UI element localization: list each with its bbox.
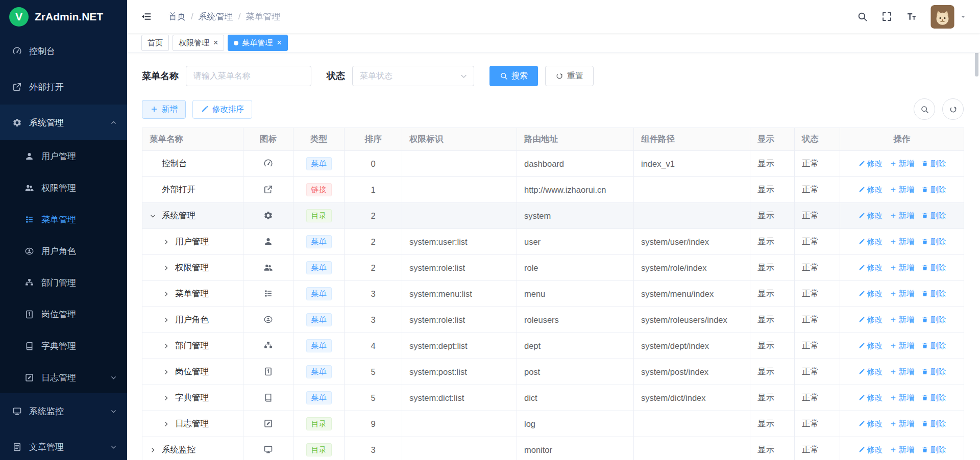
cell-actions: 修改新增删除 [840,307,964,333]
row-add-link[interactable]: 新增 [890,419,915,429]
row-edit-link[interactable]: 修改 [858,185,883,195]
chevron-right-icon[interactable] [163,291,169,297]
search-button[interactable]: 搜索 [489,66,538,86]
row-edit-link[interactable]: 修改 [858,367,883,377]
row-delete-link[interactable]: 删除 [921,445,946,455]
navbar-fullscreen-button[interactable] [881,11,892,22]
row-delete-link[interactable]: 删除 [921,211,946,221]
row-add-link[interactable]: 新增 [890,367,915,377]
row-delete-link[interactable]: 删除 [921,393,946,403]
row-edit-link[interactable]: 修改 [858,159,883,169]
row-edit-link[interactable]: 修改 [858,393,883,403]
row-edit-link[interactable]: 修改 [858,211,883,221]
sidebar-item-dept[interactable]: 部门管理 [0,267,127,298]
expand-arrow-slot[interactable] [163,395,175,401]
sidebar-item-external[interactable]: 外部打开 [0,69,127,105]
tab-role[interactable]: 权限管理× [173,35,224,51]
row-delete-link[interactable]: 删除 [921,419,946,429]
row-delete-link[interactable]: 删除 [921,341,946,351]
row-delete-link[interactable]: 删除 [921,263,946,273]
tab-home[interactable]: 首页 [141,35,169,51]
sidebar-item-post[interactable]: 岗位管理 [0,298,127,330]
sidebar-item-menu[interactable]: 菜单管理 [0,203,127,235]
sidebar-item-user[interactable]: 用户管理 [0,140,127,172]
chevron-right-icon[interactable] [163,317,169,323]
chevron-right-icon[interactable] [163,239,169,245]
expand-arrow-slot[interactable] [163,343,175,349]
row-delete-link[interactable]: 删除 [921,289,946,299]
sidebar-item-roleusers[interactable]: 用户角色 [0,235,127,267]
row-edit-label: 修改 [867,263,883,273]
row-delete-link[interactable]: 删除 [921,315,946,325]
navbar-search-button[interactable] [857,11,868,22]
row-add-link[interactable]: 新增 [890,315,915,325]
expand-arrow-slot[interactable] [163,265,175,271]
expand-arrow-slot[interactable] [163,239,175,245]
row-add-link[interactable]: 新增 [890,289,915,299]
tab-close-icon[interactable]: × [213,39,218,47]
row-delete-link[interactable]: 删除 [921,367,946,377]
cell-icon [243,177,293,203]
row-delete-link[interactable]: 删除 [921,237,946,247]
breadcrumb-item[interactable]: 系统管理 [199,11,233,22]
expand-arrow-slot[interactable] [163,421,175,427]
row-add-link[interactable]: 新增 [890,185,915,195]
chevron-right-icon[interactable] [163,395,169,401]
row-add-link[interactable]: 新增 [890,159,915,169]
sidebar-item-role[interactable]: 权限管理 [0,172,127,203]
row-edit-link[interactable]: 修改 [858,263,883,273]
refresh-table-button[interactable] [942,98,964,120]
avatar-dropdown-caret[interactable] [960,13,967,20]
chevron-right-icon[interactable] [163,343,169,349]
tab-close-icon[interactable]: × [277,39,281,47]
expand-arrow-slot[interactable] [163,291,175,297]
cell-menu-name: 日志管理 [142,411,243,437]
row-edit-link[interactable]: 修改 [858,341,883,351]
app-root: V ZrAdmin.NET 控制台外部打开系统管理用户管理权限管理菜单管理用户角… [0,0,980,460]
row-edit-link[interactable]: 修改 [858,419,883,429]
row-edit-link[interactable]: 修改 [858,237,883,247]
sidebar-item-log[interactable]: 日志管理 [0,362,127,393]
row-delete-link[interactable]: 删除 [921,185,946,195]
cell-visible: 显示 [750,359,795,385]
sort-edit-button[interactable]: 修改排序 [192,100,252,119]
row-edit-link[interactable]: 修改 [858,289,883,299]
row-delete-link[interactable]: 删除 [921,159,946,169]
row-add-link[interactable]: 新增 [890,393,915,403]
row-add-link[interactable]: 新增 [890,263,915,273]
expand-arrow-slot[interactable] [150,447,162,453]
app-logo[interactable]: V ZrAdmin.NET [0,0,127,33]
sidebar-item-system[interactable]: 系统管理 [0,105,127,140]
toggle-search-button[interactable] [914,98,935,120]
reset-button[interactable]: 重置 [545,66,594,86]
navbar-font-size-button[interactable] [906,11,917,22]
row-edit-link[interactable]: 修改 [858,445,883,455]
sidebar-item-monitor[interactable]: 系统监控 [0,393,127,429]
tab-menu[interactable]: 菜单管理× [228,35,287,51]
breadcrumb-item[interactable]: 首页 [168,11,186,22]
chevron-right-icon[interactable] [150,447,156,453]
chevron-right-icon[interactable] [163,265,169,271]
status-select[interactable]: 菜单状态 [352,66,474,86]
add-button[interactable]: 新增 [142,100,186,119]
sidebar-fold-button[interactable] [140,11,152,22]
row-add-link[interactable]: 新增 [890,237,915,247]
sidebar-item-article[interactable]: 文章管理 [0,429,127,460]
row-edit-link[interactable]: 修改 [858,315,883,325]
menu-name-input[interactable] [186,66,311,86]
sidebar-item-dashboard[interactable]: 控制台 [0,33,127,69]
user-avatar[interactable] [930,5,967,29]
row-add-link[interactable]: 新增 [890,341,915,351]
row-add-link[interactable]: 新增 [890,211,915,221]
cell-icon [243,255,293,281]
row-edit-label: 修改 [867,211,883,221]
chevron-down-icon[interactable] [150,213,156,219]
chevron-right-icon[interactable] [163,421,169,427]
expand-arrow-slot[interactable] [163,317,175,323]
sidebar-item-dict[interactable]: 字典管理 [0,330,127,362]
row-add-link[interactable]: 新增 [890,445,915,455]
chevron-right-icon[interactable] [163,369,169,375]
expand-arrow-slot[interactable] [150,213,162,219]
expand-arrow-slot[interactable] [163,369,175,375]
submenu-system: 用户管理权限管理菜单管理用户角色部门管理岗位管理字典管理日志管理 [0,140,127,393]
